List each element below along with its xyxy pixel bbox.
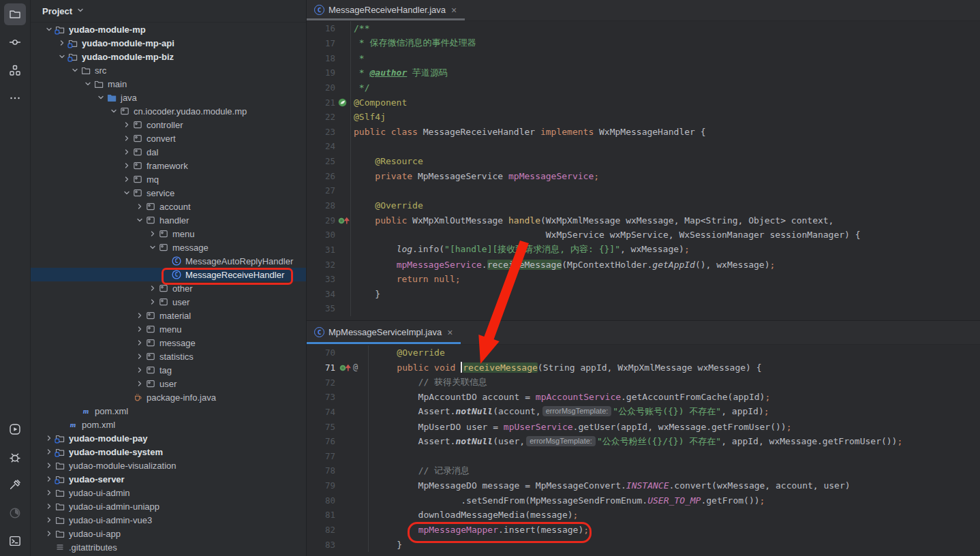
chevron-down-icon[interactable] [134, 215, 145, 226]
run-icon[interactable] [4, 418, 26, 440]
line-number[interactable]: 31 [307, 245, 335, 255]
line-number[interactable]: 74 [307, 407, 335, 417]
line-number[interactable]: 83 [307, 540, 335, 550]
line-number[interactable]: 78 [307, 465, 335, 476]
line-number[interactable]: 22 [307, 112, 335, 122]
chevron-right-icon[interactable] [134, 337, 145, 348]
chevron-right-icon[interactable] [134, 324, 145, 335]
code-line-28[interactable]: 28 @Override [307, 198, 980, 213]
code-line-79[interactable]: 79 MpMessageDO message = MpMessageConver… [307, 478, 980, 493]
tree-item-package-info-java[interactable]: package-info.java [31, 390, 306, 404]
tree-item-handler[interactable]: handler [31, 213, 306, 227]
tab-mp-message-service-impl[interactable]: C MpMessageServiceImpl.java × [307, 321, 461, 344]
line-number[interactable]: 18 [307, 53, 335, 63]
chevron-right-icon[interactable] [44, 528, 55, 539]
code-line-77[interactable]: 77 [307, 448, 980, 463]
tree-item-main[interactable]: main [31, 77, 306, 91]
line-number[interactable]: 16 [307, 23, 335, 33]
line-number[interactable]: 25 [307, 156, 335, 166]
tree-item-src[interactable]: src [31, 63, 306, 77]
line-number[interactable]: 28 [307, 200, 335, 211]
chevron-right-icon[interactable] [44, 474, 55, 484]
chevron-right-icon[interactable] [147, 296, 158, 307]
chevron-right-icon[interactable] [134, 351, 145, 362]
close-icon[interactable]: × [446, 327, 454, 338]
chevron-right-icon[interactable] [44, 433, 55, 444]
chevron-right-icon[interactable] [134, 378, 145, 389]
chevron-right-icon[interactable] [57, 37, 67, 48]
code-line-82[interactable]: 82 mpMessageMapper.insert(message); [307, 523, 980, 538]
tree-item-menu[interactable]: menu [31, 227, 306, 241]
chevron-right-icon[interactable] [44, 446, 55, 457]
chevron-down-icon[interactable] [147, 242, 158, 253]
code-line-34[interactable]: 34 } [307, 287, 980, 302]
code-line-17[interactable]: 17 * 保存微信消息的事件处理器 [307, 36, 980, 51]
code-line-75[interactable]: 75 MpUserDO user = mpUserService.getUser… [307, 419, 980, 434]
tree-item-yudao-module-system[interactable]: yudao-module-system [31, 445, 306, 459]
chevron-right-icon[interactable] [147, 228, 158, 239]
code-line-78[interactable]: 78 // 记录消息 [307, 463, 980, 478]
line-number[interactable]: 33 [307, 274, 335, 284]
tree-item-convert[interactable]: convert [31, 132, 306, 145]
chevron-right-icon[interactable] [147, 283, 158, 294]
line-number[interactable]: 77 [307, 451, 335, 461]
chevron-down-icon[interactable] [57, 51, 67, 62]
line-number[interactable]: 81 [307, 510, 335, 520]
tree-item-pom-xml[interactable]: mpom.xml [31, 404, 306, 418]
editor-message-receive-handler[interactable]: 16/**17 * 保存微信消息的事件处理器18 *19 * @author 芋… [307, 21, 980, 320]
close-icon[interactable]: × [450, 5, 458, 16]
chevron-down-icon[interactable] [44, 24, 55, 35]
tree-item-framework[interactable]: framework [31, 159, 306, 172]
tree-item-other[interactable]: other [31, 281, 306, 295]
code-line-35[interactable]: 35 [307, 301, 980, 316]
tree-item-messagereceivehandler[interactable]: CMessageReceiveHandler [31, 268, 306, 281]
tree-item-message[interactable]: message [31, 241, 306, 254]
code-line-27[interactable]: 27 [307, 183, 980, 198]
code-line-30[interactable]: 30 WxMpService wxMpService, WxSessionMan… [307, 228, 980, 243]
code-line-31[interactable]: 31 log.info("[handle][接收到请求消息, 内容: {}]",… [307, 243, 980, 258]
line-number[interactable]: 27 [307, 185, 335, 196]
tree-item-yudao-ui-app[interactable]: yudao-ui-app [31, 527, 306, 540]
code-line-26[interactable]: 26 private MpMessageService mpMessageSer… [307, 168, 980, 183]
debug-icon[interactable] [4, 446, 26, 468]
chevron-right-icon[interactable] [44, 514, 55, 525]
tree-item-statistics[interactable]: statistics [31, 350, 306, 363]
tree-item-yudao-ui-admin[interactable]: yudao-ui-admin [31, 486, 306, 499]
tree-item-controller[interactable]: controller [31, 118, 306, 132]
tree-item-material[interactable]: material [31, 309, 306, 322]
code-line-24[interactable]: 24 [307, 139, 980, 154]
line-number[interactable]: 70 [307, 348, 335, 358]
tree-item-yudao-server[interactable]: yudao-server [31, 472, 306, 486]
code-line-76[interactable]: 76 Assert.notNull(user,errorMsgTemplate:… [307, 434, 980, 449]
commit-icon[interactable] [4, 31, 26, 53]
code-line-32[interactable]: 32 mpMessageService.receiveMessage(MpCon… [307, 257, 980, 272]
tree-item-service[interactable]: service [31, 186, 306, 200]
line-number[interactable]: 29 [307, 215, 335, 226]
tree-item-yudao-module-mp-api[interactable]: yudao-module-mp-api [31, 36, 306, 50]
code-line-80[interactable]: 80 .setSendFrom(MpMessageSendFromEnum.US… [307, 493, 980, 508]
terminal-icon[interactable] [4, 530, 26, 552]
code-line-83[interactable]: 83 } [307, 537, 980, 552]
chevron-right-icon[interactable] [134, 310, 145, 321]
tree-item-cn-iocoder-yudao-module-mp[interactable]: cn.iocoder.yudao.module.mp [31, 104, 306, 118]
tree-item-account[interactable]: account [31, 200, 306, 213]
code-line-33[interactable]: 33 return null; [307, 272, 980, 287]
line-number[interactable]: 30 [307, 230, 335, 240]
chevron-down-icon[interactable] [95, 92, 106, 103]
code-line-19[interactable]: 19 * @author 芋道源码 [307, 65, 980, 80]
tree-item-menu[interactable]: menu [31, 322, 306, 336]
tree-item--gitattributes[interactable]: .gitattributes [31, 540, 306, 554]
chevron-right-icon[interactable] [134, 365, 145, 375]
tree-item-yudao-ui-admin-uniapp[interactable]: yudao-ui-admin-uniapp [31, 499, 306, 513]
spring-gutter-icon[interactable] [335, 95, 351, 110]
code-line-20[interactable]: 20 */ [307, 80, 980, 95]
code-line-74[interactable]: 74 Assert.notNull(account,errorMsgTempla… [307, 405, 980, 420]
line-number[interactable]: 17 [307, 38, 335, 48]
line-number[interactable]: 20 [307, 82, 335, 93]
code-line-81[interactable]: 81 downloadMessageMedia(message); [307, 508, 980, 523]
tab-message-receive-handler[interactable]: C MessageReceiveHandler.java × [307, 0, 465, 20]
line-number[interactable]: 23 [307, 127, 335, 137]
tree-item-user[interactable]: user [31, 295, 306, 309]
code-line-70[interactable]: 70 @Override [307, 345, 980, 360]
line-number[interactable]: 26 [307, 171, 335, 181]
